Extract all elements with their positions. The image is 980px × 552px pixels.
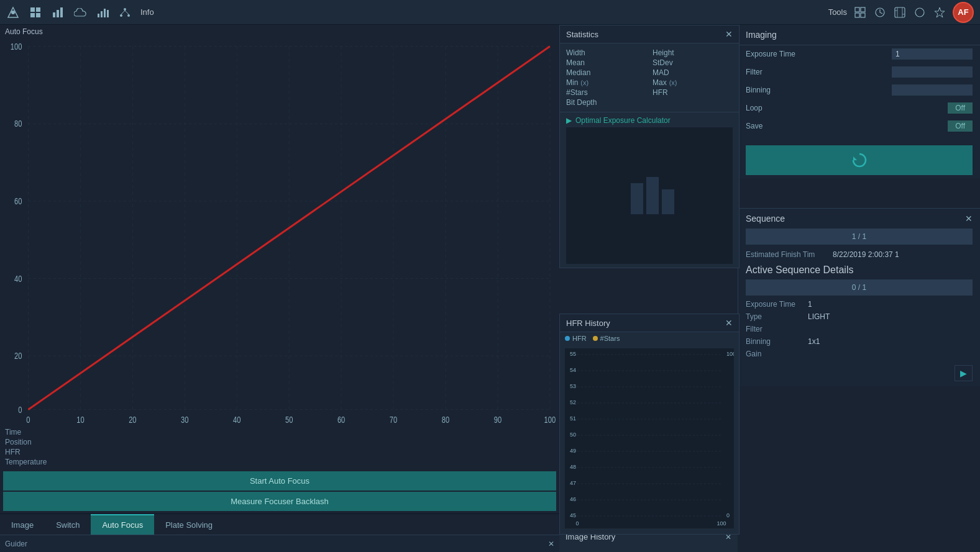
sequence-close-button[interactable]: ✕ [965, 214, 973, 224]
loop-toggle[interactable]: Off [948, 102, 973, 114]
stdev-stat: StDev [653, 58, 733, 67]
svg-rect-21 [861, 13, 865, 17]
tabs-bar: Image Switch Auto Focus Plate Solving [0, 514, 559, 535]
save-label: Save [746, 122, 762, 130]
history-icon[interactable] [873, 6, 887, 19]
measure-backlash-button[interactable]: Measure Focuser Backlash [3, 492, 556, 511]
svg-text:80: 80 [442, 415, 449, 425]
network-icon[interactable] [118, 6, 132, 19]
seq-binning-label: Binning [746, 337, 808, 346]
statistics-close-button[interactable]: ✕ [725, 29, 733, 39]
af-button[interactable]: AF [953, 2, 974, 23]
tab-autofocus[interactable]: Auto Focus [91, 514, 154, 535]
autofocus-panel: Auto Focus [0, 25, 559, 552]
tools-grid-icon[interactable] [853, 6, 867, 19]
sequence-header: Sequence ✕ [738, 209, 980, 228]
svg-text:20: 20 [129, 415, 136, 425]
svg-text:48: 48 [570, 464, 576, 470]
hfr-legend-hfr-label: HFR [572, 335, 587, 342]
seq-filter-row: Filter [738, 323, 980, 335]
svg-rect-69 [565, 348, 734, 528]
exposure-row: Exposure Time [738, 45, 980, 63]
seq-exposure-row: Exposure Time 1 [738, 298, 980, 310]
sequence-play-button[interactable]: ▶ [955, 365, 973, 381]
min-label: Min [566, 78, 578, 87]
start-autofocus-button[interactable]: Start Auto Focus [3, 471, 556, 491]
star-icon[interactable] [933, 6, 946, 19]
svg-text:80: 80 [14, 119, 22, 129]
svg-marker-29 [935, 7, 945, 17]
bottom-buttons: Start Auto Focus Measure Focuser Backlas… [0, 469, 559, 514]
min-x: (x) [580, 79, 588, 86]
svg-rect-4 [30, 13, 35, 17]
active-sequence-title: Active Sequence Details [738, 261, 980, 279]
position-row: Position [5, 438, 554, 446]
tab-image[interactable]: Image [0, 514, 45, 535]
save-toggle[interactable]: Off [948, 120, 973, 132]
svg-point-1 [11, 11, 15, 14]
hfr-stat: HFR [653, 88, 733, 97]
svg-rect-67 [646, 177, 659, 214]
filter-input[interactable] [892, 66, 973, 78]
svg-rect-68 [662, 189, 674, 214]
hfr-legend: HFR #Stars [560, 332, 739, 345]
svg-point-14 [120, 14, 122, 17]
temperature-row: Temperature [5, 458, 554, 466]
chart-icon[interactable] [51, 6, 65, 19]
svg-text:52: 52 [570, 399, 576, 405]
stars-label: #Stars [566, 88, 646, 97]
estimated-label: Estimated Finish Tim [746, 250, 833, 259]
settings-icon[interactable] [893, 6, 907, 19]
autofocus-title: Auto Focus [0, 25, 559, 38]
circle-icon[interactable] [913, 6, 927, 19]
autofocus-chart: 100 80 60 40 20 0 0 10 20 30 40 50 60 70… [3, 38, 556, 425]
loop-row: Loop Off [738, 99, 980, 117]
tab-switch[interactable]: Switch [45, 514, 91, 535]
svg-rect-30 [3, 38, 556, 425]
seq-exposure-label: Exposure Time [746, 300, 808, 309]
exposure-input[interactable] [892, 48, 973, 60]
hfr-close-button[interactable]: ✕ [725, 318, 733, 328]
grid-icon[interactable] [29, 6, 42, 19]
svg-text:49: 49 [570, 448, 576, 454]
hfr-legend-stars-label: #Stars [600, 335, 620, 342]
bar-chart-icon[interactable] [96, 6, 109, 19]
svg-text:50: 50 [285, 415, 293, 425]
sequence-panel: Sequence ✕ 1 / 1 Estimated Finish Tim 8/… [738, 208, 980, 386]
time-row: Time [5, 428, 554, 437]
tab-plate-solving[interactable]: Plate Solving [154, 514, 224, 535]
binning-input[interactable] [892, 84, 973, 96]
svg-text:60: 60 [14, 197, 22, 206]
svg-text:60: 60 [337, 415, 345, 425]
cloud-icon[interactable] [73, 6, 87, 19]
svg-marker-96 [853, 156, 857, 160]
stdev-label: StDev [653, 58, 733, 67]
svg-rect-18 [855, 7, 859, 12]
seq-binning-value: 1x1 [808, 337, 820, 346]
info-label[interactable]: Info [140, 7, 154, 17]
svg-text:47: 47 [570, 480, 576, 486]
svg-line-17 [125, 11, 129, 14]
svg-rect-12 [107, 10, 109, 17]
app-icon[interactable] [6, 6, 20, 19]
statistics-title: Statistics [566, 30, 598, 39]
guider-close-button[interactable]: ✕ [548, 540, 554, 548]
svg-rect-3 [36, 7, 40, 12]
optimal-header[interactable]: ▶ Optimal Exposure Calculator [566, 116, 733, 125]
svg-text:100: 100 [11, 42, 22, 52]
hfr-legend-hfr: HFR [565, 335, 587, 342]
height-label: Height [653, 48, 733, 57]
tools-label: Tools [828, 7, 847, 17]
bitdepth-stat: Bit Depth [566, 98, 646, 107]
hfr-chart-area: 55 54 53 52 51 50 49 48 47 46 45 100 0 [560, 345, 739, 534]
loop-label: Loop [746, 104, 762, 112]
median-stat: Median [566, 68, 646, 77]
stars-stat: #Stars [566, 88, 646, 97]
seq-gain-label: Gain [746, 350, 808, 358]
mad-stat: MAD [653, 68, 733, 77]
max-stat: Max (x) [653, 78, 733, 87]
svg-text:46: 46 [570, 496, 576, 502]
svg-rect-20 [855, 13, 859, 17]
capture-button[interactable] [746, 145, 973, 175]
svg-point-28 [915, 8, 924, 17]
